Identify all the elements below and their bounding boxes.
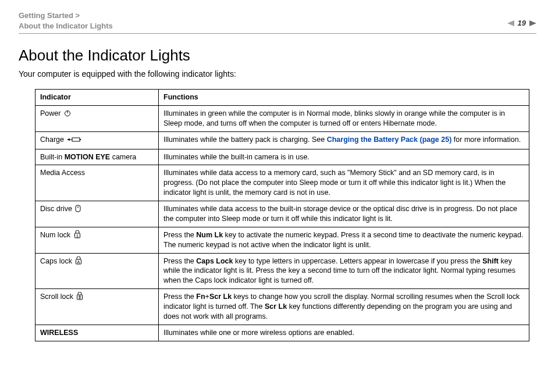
- func-numlock: Press the Num Lk key to activate the num…: [159, 227, 529, 253]
- table-row: Power Illuminates in green while the com…: [35, 105, 529, 131]
- pager: 19: [507, 19, 536, 27]
- table-row: Built-in MOTION EYE camera Illuminates w…: [35, 149, 529, 165]
- indicator-wireless: WIRELESS: [35, 325, 159, 341]
- func-charge: Illuminates while the battery pack is ch…: [159, 131, 529, 149]
- svg-marker-0: [507, 20, 514, 26]
- svg-text:A: A: [77, 259, 80, 265]
- table-row: Scroll lock Press the Fn+Scr Lk keys to …: [35, 289, 529, 325]
- svg-point-9: [77, 206, 79, 208]
- prev-page-arrow-icon[interactable]: [507, 20, 514, 26]
- indicator-media: Media Access: [35, 165, 159, 201]
- indicator-camera: Built-in MOTION EYE camera: [35, 149, 159, 165]
- indicator-disc: Disc drive: [35, 201, 159, 227]
- table-row: Caps lock A Press the Caps Lock key to t…: [35, 253, 529, 289]
- table-row: Num lock 1 Press the Num Lk key to activ…: [35, 227, 529, 253]
- svg-marker-4: [67, 138, 70, 141]
- indicator-table: Indicator Functions Power Illuminates in…: [35, 89, 529, 341]
- th-functions: Functions: [159, 90, 529, 106]
- func-disc: Illuminates while data access to the bui…: [159, 201, 529, 227]
- scrolllock-icon: [76, 292, 83, 303]
- table-row: Media Access Illuminates while data acce…: [35, 165, 529, 201]
- power-icon: [64, 110, 71, 120]
- func-wireless: Illuminates while one or more wireless o…: [159, 325, 529, 341]
- svg-marker-1: [529, 20, 536, 26]
- intro-text: Your computer is equipped with the follo…: [19, 69, 536, 79]
- func-media: Illuminates while data access to a memor…: [159, 165, 529, 201]
- charge-icon: [67, 136, 82, 146]
- indicator-power: Power: [35, 105, 159, 131]
- breadcrumb-line1: Getting Started >: [19, 11, 80, 20]
- capslock-icon: A: [75, 256, 82, 268]
- page-title: About the Indicator Lights: [19, 47, 536, 65]
- charging-link[interactable]: Charging the Battery Pack (page 25): [327, 136, 452, 144]
- indicator-scrolllock: Scroll lock: [35, 289, 159, 325]
- func-power: Illuminates in green while the computer …: [159, 105, 529, 131]
- svg-rect-8: [76, 205, 80, 212]
- page-number: 19: [518, 19, 526, 27]
- indicator-capslock: Caps lock A: [35, 253, 159, 289]
- svg-rect-6: [72, 138, 80, 141]
- breadcrumb-line2: About the Indicator Lights: [19, 22, 113, 30]
- table-row: Charge Illuminates while the battery pac…: [35, 131, 529, 149]
- func-scrolllock: Press the Fn+Scr Lk keys to change how y…: [159, 289, 529, 325]
- indicator-numlock: Num lock 1: [35, 227, 159, 253]
- func-capslock: Press the Caps Lock key to type letters …: [159, 253, 529, 289]
- th-indicator: Indicator: [35, 90, 159, 106]
- table-row: WIRELESS Illuminates while one or more w…: [35, 325, 529, 341]
- svg-rect-7: [80, 139, 81, 140]
- breadcrumb: Getting Started > About the Indicator Li…: [19, 10, 113, 31]
- disc-icon: [75, 204, 81, 215]
- next-page-arrow-icon[interactable]: [529, 20, 536, 26]
- svg-text:1: 1: [76, 233, 79, 238]
- numlock-icon: 1: [74, 230, 81, 241]
- func-camera: Illuminates while the built-in camera is…: [159, 149, 529, 165]
- indicator-charge: Charge: [35, 131, 159, 149]
- table-row: Disc drive Illuminates while data access…: [35, 201, 529, 227]
